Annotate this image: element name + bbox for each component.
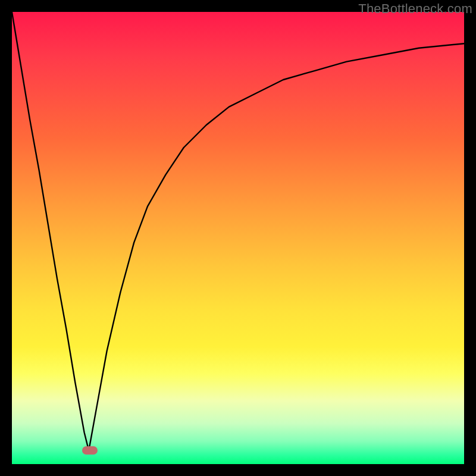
chart-frame: TheBottleneck.com xyxy=(0,0,476,476)
bottleneck-curve xyxy=(12,12,464,464)
plot-area xyxy=(12,12,464,464)
watermark-text: TheBottleneck.com xyxy=(358,1,472,17)
optimum-marker xyxy=(82,446,98,455)
